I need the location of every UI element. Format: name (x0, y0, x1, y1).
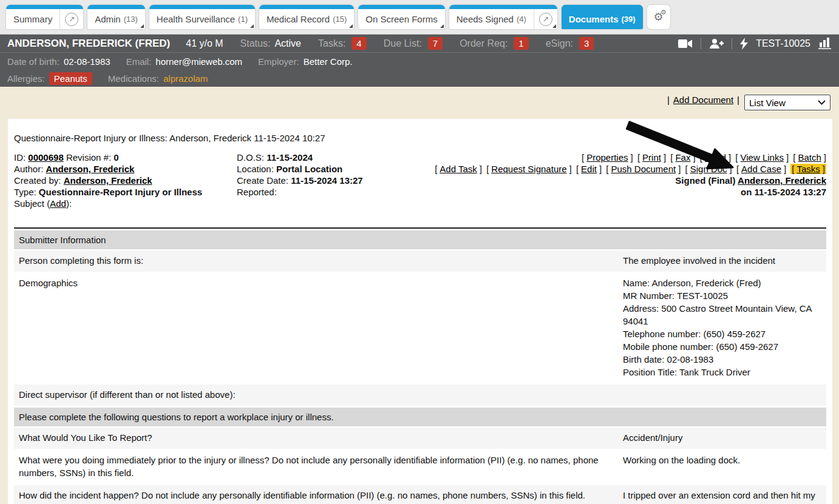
tasks-link[interactable]: Tasks (797, 164, 820, 174)
lightning-bolt-icon[interactable] (740, 38, 748, 50)
tab-health-surveillance-count: (1) (238, 15, 248, 24)
bracket: ] (664, 152, 666, 163)
add-case-link[interactable]: Add Case (741, 164, 781, 174)
table-row: Person completing this form is: The empl… (14, 250, 826, 272)
medications-value[interactable]: alprazolam (163, 73, 208, 84)
bracket: [ (606, 164, 608, 174)
bracket: ] (784, 164, 786, 174)
dob-value: 02-08-1983 (64, 56, 110, 67)
bracket: [ (735, 152, 738, 163)
id-label: ID: (14, 152, 25, 163)
question-text: Direct supervisor (if different than or … (14, 385, 619, 406)
bracket: ] (599, 164, 602, 174)
section-header-text: Submitter Information (19, 234, 106, 246)
tab-needs-signed-label: Needs Signed (457, 14, 514, 24)
section-header: Submitter Information (14, 230, 826, 249)
chart-icon[interactable] (818, 38, 832, 49)
tab-documents-label: Documents (569, 14, 619, 24)
answer-text: The employee involved in the incident (619, 250, 826, 272)
patient-name: ANDERSON, FREDERICK (FRED) (7, 38, 170, 50)
document-panel: Questionnaire-Report Injury or Illness: … (8, 119, 832, 504)
tab-admin[interactable]: Admin (13) (87, 5, 145, 29)
print-link[interactable]: Print (642, 152, 661, 163)
tasks-link-highlighted[interactable]: [Tasks] (790, 164, 826, 174)
table-row: Demographics Name: Anderson, Frederick (… (14, 273, 826, 383)
tab-admin-count: (13) (124, 15, 138, 24)
author-link[interactable]: Anderson, Frederick (46, 164, 135, 174)
tab-needs-signed[interactable]: Needs Signed (4) ↗ (449, 5, 557, 29)
add-document-link[interactable]: Add Document (673, 95, 733, 105)
tab-admin-label: Admin (95, 14, 121, 24)
summary-popout-button[interactable]: ↗ (59, 5, 83, 29)
subject-add-link[interactable]: Add (50, 198, 66, 209)
question-text: Person completing this form is: (14, 250, 619, 272)
author-label: Author: (14, 164, 43, 174)
type-label: Type: (14, 187, 36, 197)
dos-label: D.O.S: (237, 152, 264, 163)
document-toolbar: | Add Document | List View (0, 87, 839, 119)
subject-label: Subject ( (14, 198, 50, 209)
table-row: What Would You Like To Report? Accident/… (14, 428, 826, 449)
sign-doc-link[interactable]: Sign Doc (690, 164, 727, 174)
batch-link[interactable]: Batch (798, 152, 821, 163)
status-label: Status: (240, 38, 271, 49)
bracket: [ (700, 152, 702, 163)
medications-label: Medications: (108, 73, 159, 84)
edit-link[interactable]: Edit (581, 164, 597, 174)
tab-documents-count: (39) (622, 15, 636, 24)
bracket: [ (670, 152, 673, 163)
answer-text: I tripped over an extension cord and the… (619, 485, 826, 504)
document-id-link[interactable]: 0000698 (28, 152, 63, 163)
fax-link[interactable]: Fax (675, 152, 690, 163)
divider (701, 38, 701, 49)
due-list-count-badge[interactable]: 7 (428, 37, 443, 50)
signed-by-link[interactable]: Anderson, Frederick (738, 175, 826, 186)
document-meta: ID: 0000698 Revision #: 0 Author: Anders… (8, 143, 832, 209)
settings-button[interactable]: ⚙ ⚙ (647, 5, 670, 29)
tasks-label: Tasks: (318, 38, 345, 49)
subject-label-suffix: ): (66, 198, 72, 209)
location-label: Location: (237, 164, 274, 174)
question-text: Demographics (14, 273, 619, 383)
tab-medical-record[interactable]: Medical Record (15) (259, 5, 354, 29)
tab-on-screen-forms-label: On Screen Forms (365, 14, 437, 24)
order-req-count-badge[interactable]: 1 (514, 37, 528, 50)
tab-on-screen-forms[interactable]: On Screen Forms (358, 5, 444, 29)
bracket: ] (786, 152, 789, 163)
table-row: How did the incident happen? Do not incl… (14, 485, 826, 504)
esign-count-badge[interactable]: 3 (579, 37, 594, 50)
allergy-badge[interactable]: Peanuts (49, 72, 92, 85)
tab-health-surveillance-label: Health Surveillance (157, 14, 235, 24)
video-camera-icon[interactable] (678, 39, 693, 49)
tasks-count-badge[interactable]: 4 (352, 37, 366, 50)
question-text: What were you doing immediately prior to… (14, 450, 619, 484)
tab-documents[interactable]: Documents (39) (562, 5, 643, 29)
view-select[interactable]: List View (744, 95, 831, 110)
tab-dropdown-indicator (552, 24, 556, 28)
pipe-separator: | (667, 95, 670, 105)
esign-label: eSign: (546, 38, 573, 49)
add-task-link[interactable]: Add Task (440, 164, 477, 174)
add-user-icon[interactable] (709, 38, 724, 49)
popout-arrow-icon: ↗ (65, 13, 78, 26)
action-links-row1: [Properties] [Print] [Fax] [Send] [View … (416, 152, 826, 163)
signed-date: on 11-15-2024 13:27 (416, 186, 826, 198)
tab-health-surveillance[interactable]: Health Surveillance (1) (149, 5, 255, 29)
send-link[interactable]: Send (705, 152, 726, 163)
bracket: ] (631, 152, 633, 163)
bracket: [ (637, 152, 640, 163)
request-signature-link[interactable]: Request Signature (491, 164, 566, 174)
push-document-link[interactable]: Push Document (611, 164, 676, 174)
view-links-link[interactable]: View Links (741, 152, 784, 163)
signed-status: Signed (Final) (675, 175, 735, 186)
tab-summary-label: Summary (13, 14, 52, 24)
tab-summary[interactable]: Summary ↗ (6, 5, 83, 29)
table-row: What were you doing immediately prior to… (14, 450, 826, 484)
created-by-link[interactable]: Anderson, Frederick (64, 175, 152, 186)
properties-link[interactable]: Properties (586, 152, 628, 163)
revision-label: Revision #: (66, 152, 111, 163)
answer-text: Name: Anderson, Frederick (Fred) MR Numb… (619, 273, 826, 383)
employer-value: Better Corp. (304, 56, 353, 67)
bracket: [ (793, 152, 795, 163)
patient-header-bar: ANDERSON, FREDERICK (FRED) 41 y/o M Stat… (0, 35, 839, 52)
